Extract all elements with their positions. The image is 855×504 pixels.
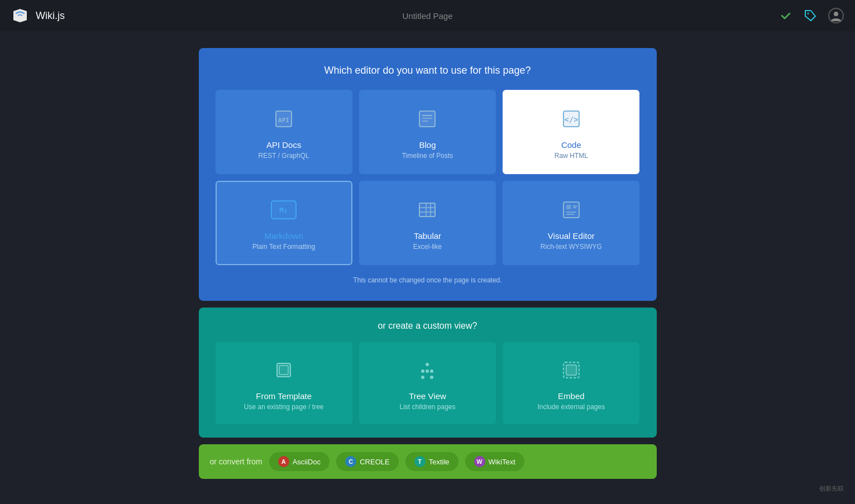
- textile-label: Textile: [429, 458, 450, 466]
- creole-letter-icon: C: [345, 456, 356, 467]
- asciidoc-letter-icon: A: [278, 456, 289, 467]
- code-icon: </>: [557, 104, 586, 133]
- markdown-title: Markdown: [265, 231, 303, 241]
- template-icon: [269, 356, 298, 385]
- wikijs-logo-icon: [11, 7, 29, 25]
- wikitext-letter-icon: W: [474, 456, 485, 467]
- svg-text:M↓: M↓: [279, 206, 288, 214]
- svg-point-30: [421, 376, 424, 379]
- tree-view-subtitle: List children pages: [399, 403, 455, 411]
- editor-card-blog[interactable]: Blog Timeline of Posts: [359, 90, 496, 174]
- tree-view-title: Tree View: [409, 391, 446, 401]
- svg-rect-13: [419, 203, 435, 217]
- embed-icon: [557, 356, 586, 385]
- convert-creole-button[interactable]: C CREOLE: [336, 452, 398, 471]
- svg-point-26: [426, 363, 429, 366]
- svg-point-2: [834, 12, 838, 16]
- embed-title: Embed: [558, 391, 585, 401]
- page-title: Untitled Page: [402, 11, 452, 21]
- svg-rect-5: [419, 111, 435, 127]
- editor-card-markdown[interactable]: M↓ Markdown Plain Text Formatting: [216, 181, 352, 265]
- visual-editor-subtitle: Rich-text WYSIWYG: [541, 243, 602, 251]
- svg-text:API: API: [278, 117, 289, 124]
- blog-title: Blog: [419, 140, 436, 150]
- watermark: 创新先联: [819, 484, 844, 493]
- svg-point-0: [808, 13, 809, 15]
- api-docs-icon: API: [269, 104, 298, 133]
- tabular-title: Tabular: [414, 231, 441, 241]
- main-content: Which editor do you want to use for this…: [0, 31, 855, 479]
- tree-view-icon: [413, 356, 442, 385]
- svg-point-31: [430, 376, 433, 379]
- editor-panel: Which editor do you want to use for this…: [199, 48, 657, 301]
- visual-editor-title: Visual Editor: [548, 231, 595, 241]
- convert-textile-button[interactable]: T Textile: [405, 452, 458, 471]
- svg-rect-19: [566, 205, 571, 209]
- editor-card-api-docs[interactable]: API API Docs REST / GraphQL: [216, 90, 352, 174]
- template-subtitle: Use an existing page / tree: [244, 403, 324, 411]
- custom-panel: or create a custom view? From Template U…: [199, 308, 657, 438]
- markdown-subtitle: Plain Text Formatting: [252, 243, 316, 251]
- custom-grid: From Template Use an existing page / tre…: [216, 342, 640, 424]
- tag-button[interactable]: [804, 9, 817, 22]
- markdown-icon: M↓: [269, 195, 298, 224]
- blog-subtitle: Timeline of Posts: [402, 152, 453, 160]
- template-title: From Template: [256, 391, 312, 401]
- api-docs-subtitle: REST / GraphQL: [259, 152, 309, 160]
- header-right: [779, 8, 844, 23]
- svg-rect-18: [563, 202, 579, 218]
- blog-icon: [413, 104, 442, 133]
- custom-card-tree[interactable]: Tree View List children pages: [359, 342, 496, 424]
- editor-grid: API API Docs REST / GraphQL Blog T: [216, 90, 640, 265]
- save-button[interactable]: [779, 9, 792, 22]
- convert-asciidoc-button[interactable]: A AsciiDoc: [269, 452, 330, 471]
- convert-label: or convert from: [210, 457, 262, 466]
- asciidoc-label: AsciiDoc: [293, 458, 321, 466]
- api-docs-title: API Docs: [266, 140, 302, 150]
- app-header: Wiki.js Untitled Page: [0, 0, 855, 31]
- embed-subtitle: Include external pages: [537, 403, 605, 411]
- visual-editor-icon: [557, 195, 586, 224]
- svg-point-29: [430, 369, 433, 373]
- editor-panel-title: Which editor do you want to use for this…: [216, 65, 640, 76]
- tabular-subtitle: Excel-like: [413, 243, 442, 251]
- svg-point-28: [426, 369, 429, 373]
- custom-card-template[interactable]: From Template Use an existing page / tre…: [216, 342, 352, 424]
- editor-card-tabular[interactable]: Tabular Excel-like: [359, 181, 496, 265]
- textile-letter-icon: T: [414, 456, 426, 467]
- custom-card-embed[interactable]: Embed Include external pages: [503, 342, 639, 424]
- editor-card-code[interactable]: </> Code Raw HTML: [503, 90, 639, 174]
- svg-rect-33: [566, 365, 576, 375]
- editor-card-visual[interactable]: Visual Editor Rich-text WYSIWYG: [503, 181, 639, 265]
- editor-panel-note: This cannot be changed once the page is …: [216, 276, 640, 284]
- header-left: Wiki.js: [11, 7, 65, 25]
- code-subtitle: Raw HTML: [555, 152, 588, 160]
- svg-text:</>: </>: [564, 115, 578, 124]
- code-title: Code: [561, 140, 581, 150]
- creole-label: CREOLE: [360, 458, 389, 466]
- custom-panel-title: or create a custom view?: [216, 321, 640, 331]
- convert-wikitext-button[interactable]: W WikiText: [465, 452, 524, 471]
- convert-bar: or convert from A AsciiDoc C CREOLE T Te…: [199, 444, 657, 479]
- app-title: Wiki.js: [36, 10, 65, 22]
- user-menu-button[interactable]: [828, 8, 844, 23]
- svg-point-27: [421, 369, 424, 373]
- tabular-icon: [413, 195, 442, 224]
- wikitext-label: WikiText: [489, 458, 515, 466]
